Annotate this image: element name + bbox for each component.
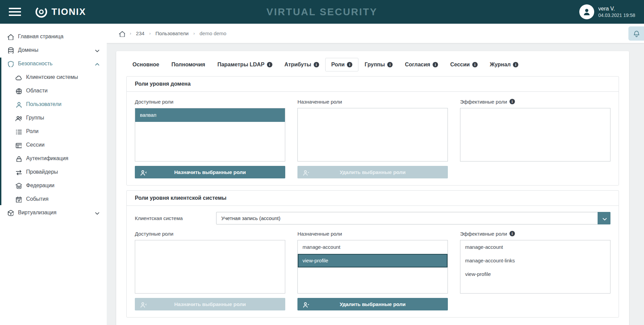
domain-effective-roles-list xyxy=(460,108,610,161)
section-title: Роли уровня домена xyxy=(127,77,619,92)
database-icon xyxy=(7,47,14,53)
brand-name: TIONIX xyxy=(51,7,86,17)
list-item[interactable]: вапвап xyxy=(135,108,285,122)
home-icon xyxy=(7,33,14,40)
menu-icon[interactable] xyxy=(9,8,21,16)
client-effective-column: Эффективные роли manage-account manage-a… xyxy=(460,230,610,310)
tab-journal[interactable]: Журнал xyxy=(484,58,525,71)
info-icon xyxy=(513,62,518,67)
main-content: › 234 › Пользователи › demo demo Основно… xyxy=(107,24,644,325)
sidebar-group-security: Безопасность Клиентские системы Области … xyxy=(0,57,107,206)
sidebar-item-label: Домены xyxy=(18,47,38,53)
chevron-right-icon: › xyxy=(193,31,195,36)
domain-available-column: Доступные роли вапвап Назначить выбранны… xyxy=(135,98,285,178)
sidebar-item-federations[interactable]: Федерации xyxy=(0,179,107,192)
swap-arrows-icon xyxy=(15,169,22,175)
user-datetime: 04.03.2021 19:58 xyxy=(598,12,635,18)
sidebar-item-label: Области xyxy=(26,88,47,94)
domain-assigned-roles-list[interactable] xyxy=(297,108,448,161)
sidebar-item-label: Роли xyxy=(26,128,39,134)
chevron-down-icon xyxy=(93,209,100,216)
breadcrumb-item-users[interactable]: Пользователи xyxy=(155,30,189,36)
users-icon xyxy=(15,114,22,121)
tab-sessions[interactable]: Сессии xyxy=(444,58,484,71)
lock-icon xyxy=(15,155,22,162)
info-icon xyxy=(510,231,515,236)
notifications-button[interactable] xyxy=(628,26,644,41)
shield-icon xyxy=(7,60,14,67)
info-icon xyxy=(387,62,393,67)
sidebar-item-client-systems[interactable]: Клиентские системы xyxy=(0,70,107,84)
calendar-check-icon xyxy=(15,196,22,202)
sidebar-item-sessions[interactable]: Сессии xyxy=(0,138,107,152)
client-remove-roles-button[interactable]: Удалить выбранные роли xyxy=(297,298,448,310)
tab-permissions[interactable]: Полномочия xyxy=(165,58,211,71)
client-system-select[interactable]: Учетная запись (account) xyxy=(216,212,610,224)
sessions-card-icon xyxy=(15,142,22,148)
sidebar-item-label: Клиентские системы xyxy=(26,74,78,80)
tab-consents[interactable]: Согласия xyxy=(399,58,444,71)
info-icon xyxy=(314,62,319,67)
user-minus-icon xyxy=(302,169,309,176)
tionix-logo-icon xyxy=(35,5,48,19)
cloud-icon xyxy=(15,74,22,81)
info-icon xyxy=(472,62,478,67)
sidebar-item-security[interactable]: Безопасность xyxy=(0,57,107,70)
breadcrumb-home-icon[interactable] xyxy=(118,30,125,37)
sidebar-item-label: Главная страница xyxy=(18,34,63,40)
domain-roles-section: Роли уровня домена Доступные роли вапвап… xyxy=(126,76,619,186)
sidebar-item-label: Аутентификация xyxy=(26,155,68,161)
sidebar-item-groups[interactable]: Группы xyxy=(0,111,107,125)
tab-roles[interactable]: Роли xyxy=(325,58,359,71)
sidebar-item-virtualization[interactable]: Виртуализация xyxy=(0,206,107,219)
domain-available-roles-list[interactable]: вапвап xyxy=(135,108,285,161)
sidebar-item-providers[interactable]: Провайдеры xyxy=(0,165,107,179)
domain-remove-roles-button: Удалить выбранные роли xyxy=(297,166,448,178)
brand-logo[interactable]: TIONIX xyxy=(35,5,86,19)
tab-groups[interactable]: Группы xyxy=(358,58,399,71)
client-assigned-roles-list[interactable]: manage-account view-profile xyxy=(297,240,448,294)
user-icon xyxy=(15,101,22,108)
section-title: Роли уровня клиентской системы xyxy=(127,191,619,206)
column-label: Эффективные роли xyxy=(460,230,610,237)
sidebar-item-label: Провайдеры xyxy=(26,169,58,175)
list-item[interactable]: view-profile xyxy=(298,254,448,267)
list-item[interactable]: manage-account xyxy=(298,240,448,254)
sidebar-item-events[interactable]: События xyxy=(0,192,107,206)
sidebar-item-label: Пользователи xyxy=(26,101,61,107)
user-name: vera V. xyxy=(598,5,635,13)
client-available-roles-list[interactable] xyxy=(135,240,285,294)
domain-assign-roles-button[interactable]: Назначить выбранные роли xyxy=(135,166,285,178)
user-menu[interactable]: vera V. 04.03.2021 19:58 xyxy=(579,4,635,19)
sidebar-item-label: Безопасность xyxy=(18,61,53,67)
select-dropdown-button[interactable] xyxy=(598,212,610,224)
column-label: Назначенные роли xyxy=(297,230,448,237)
user-plus-icon xyxy=(140,169,146,176)
page-title: VIRTUAL SECURITY xyxy=(0,6,644,18)
tab-attributes[interactable]: Атрибуты xyxy=(278,58,325,71)
breadcrumb-item-domain[interactable]: 234 xyxy=(136,30,144,36)
sidebar-item-home[interactable]: Главная страница xyxy=(0,30,107,43)
info-icon xyxy=(510,99,515,104)
chevron-down-icon xyxy=(601,215,607,222)
sidebar-item-label: События xyxy=(26,196,48,202)
chevron-down-icon xyxy=(93,47,100,53)
sidebar-item-roles[interactable]: Роли xyxy=(0,125,107,138)
domain-assigned-column: Назначенные роли Удалить выбранные роли xyxy=(297,98,448,178)
client-system-label: Клиентская система xyxy=(135,215,216,221)
sidebar-item-domains[interactable]: Домены xyxy=(0,43,107,57)
cube-icon xyxy=(7,209,14,216)
sidebar-item-regions[interactable]: Области xyxy=(0,84,107,98)
sidebar-item-authentication[interactable]: Аутентификация xyxy=(0,152,107,165)
tab-ldap[interactable]: Параметры LDAP xyxy=(211,58,278,71)
avatar xyxy=(579,4,594,19)
column-label: Доступные роли xyxy=(135,98,285,105)
column-label: Эффективные роли xyxy=(460,98,610,105)
client-assigned-column: Назначенные роли manage-account view-pro… xyxy=(297,230,448,310)
client-assign-roles-button: Назначить выбранные роли xyxy=(135,298,285,310)
tab-main[interactable]: Основное xyxy=(126,58,165,71)
sidebar-item-label: Группы xyxy=(26,115,44,121)
breadcrumb-item-current: demo demo xyxy=(200,30,226,36)
user-meta: vera V. 04.03.2021 19:58 xyxy=(598,5,635,19)
sidebar-item-users[interactable]: Пользователи xyxy=(0,98,107,111)
